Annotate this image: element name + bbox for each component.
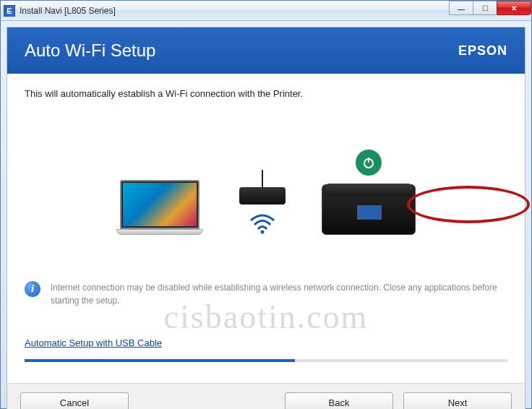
maximize-button[interactable] — [473, 1, 497, 15]
power-icon — [356, 150, 382, 176]
laptop-graphic — [116, 180, 203, 235]
wizard-frame: Auto Wi-Fi Setup EPSON This will automat… — [7, 27, 525, 409]
app-icon: E — [4, 5, 15, 17]
progress-bar — [25, 359, 507, 362]
printer-graphic — [322, 150, 416, 235]
cancel-button[interactable]: Cancel — [20, 392, 129, 410]
next-button-label: Next — [448, 397, 468, 408]
button-bar: Cancel Back Next — [7, 383, 525, 409]
page-title: Auto Wi-Fi Setup — [25, 40, 155, 61]
window-title: Install Navi [L805 Series] — [20, 6, 116, 16]
wifi-icon — [248, 213, 277, 235]
router-graphic — [239, 170, 286, 235]
description-text: This will automatically establish a Wi-F… — [25, 88, 507, 99]
titlebar[interactable]: E Install Navi [L805 Series] — [1, 1, 531, 21]
info-icon: i — [25, 281, 40, 297]
progress-fill — [25, 359, 295, 362]
close-button[interactable] — [497, 1, 531, 15]
brand-logo: EPSON — [458, 43, 507, 59]
usb-setup-link[interactable]: Automatic Setup with USB Cable — [25, 337, 162, 348]
info-note: i Internet connection may be disabled wh… — [25, 281, 507, 307]
setup-illustration — [25, 150, 507, 235]
header-band: Auto Wi-Fi Setup EPSON — [7, 27, 525, 74]
window-controls — [450, 1, 531, 15]
info-text: Internet connection may be disabled whil… — [51, 281, 507, 307]
minimize-button[interactable] — [449, 1, 473, 15]
installer-window: E Install Navi [L805 Series] Auto Wi-Fi … — [0, 0, 532, 409]
next-button[interactable]: Next — [403, 392, 512, 410]
back-button[interactable]: Back — [285, 392, 393, 410]
svg-point-0 — [261, 231, 265, 234]
content-area: This will automatically establish a Wi-F… — [7, 74, 525, 383]
